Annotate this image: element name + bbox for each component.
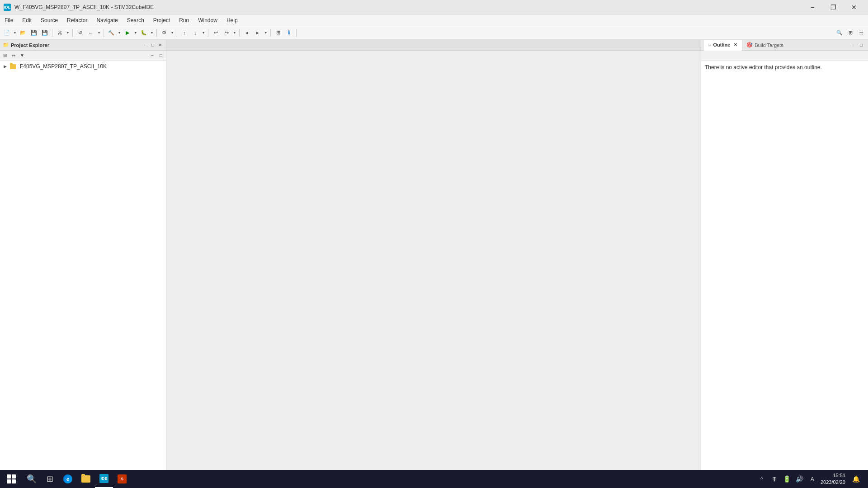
build-button[interactable]: 🔨 [106, 28, 116, 38]
profile-dropdown-arrow[interactable]: ▾ [170, 28, 175, 38]
menu-file[interactable]: File [0, 14, 18, 26]
panel-maximize-button[interactable]: □ [157, 52, 165, 60]
toolbar-search-button[interactable]: 🔍 [835, 28, 844, 38]
print-dropdown-arrow[interactable]: ▾ [66, 28, 70, 38]
folder-icon [81, 475, 90, 483]
title-bar-left: IDE W_F405VG_MSP2807_TP_ASCII_10K - STM3… [4, 4, 154, 11]
tray-wifi-icon[interactable] [770, 474, 779, 483]
project-explorer-panel: 📁 Project Explorer − □ ✕ ⊟ ⇔ ▼ − □ ▶ [0, 40, 166, 470]
outline-toolbar [701, 51, 868, 61]
next-annotation[interactable]: ↓ [190, 28, 200, 38]
editor-area[interactable] [166, 51, 701, 470]
back-button[interactable]: ← [86, 28, 96, 38]
toolbar-layout-button[interactable]: ⊞ [845, 28, 855, 38]
redo-dropdown-arrow[interactable]: ▾ [232, 28, 237, 38]
print-dropdown[interactable]: ▾ [66, 28, 70, 38]
back-dropdown[interactable]: ▾ [97, 28, 101, 38]
menu-source[interactable]: Source [36, 14, 62, 26]
redo-button[interactable]: ↪ [222, 28, 231, 38]
tray-chevron[interactable]: ^ [757, 474, 766, 483]
debug-dropdown-arrow[interactable]: ▾ [150, 28, 154, 38]
menu-help[interactable]: Help [222, 14, 242, 26]
profile-button[interactable]: ⚙ [159, 28, 169, 38]
save-button[interactable]: 💾 [29, 28, 39, 38]
nav-prev[interactable]: ◂ [242, 28, 252, 38]
toolbar-perspective-button[interactable]: ☰ [856, 28, 866, 38]
open-button[interactable]: 📂 [18, 28, 28, 38]
collapse-all-button[interactable]: ⊟ [1, 52, 9, 60]
toolbar-sep-4 [156, 29, 157, 37]
project-explorer-minimize[interactable]: − [142, 42, 149, 48]
taskbar-edge[interactable]: e [59, 470, 77, 488]
start-button[interactable] [0, 470, 23, 488]
minimize-button[interactable]: − [802, 0, 823, 14]
refresh-button[interactable]: ↺ [75, 28, 85, 38]
nav-next[interactable]: ▸ [253, 28, 263, 38]
perspective-button[interactable]: ⊞ [273, 28, 283, 38]
editor-tabs [166, 40, 701, 51]
title-bar: IDE W_F405VG_MSP2807_TP_ASCII_10K - STM3… [0, 0, 868, 14]
taskbar-search[interactable]: 🔍 [23, 470, 41, 488]
new-dropdown-arrow[interactable]: ▾ [13, 28, 17, 38]
project-root-item[interactable]: ▶ F405VG_MSP2807_TP_ASCII_10K [0, 62, 166, 70]
outline-message: There is no active editor that provides … [705, 64, 822, 70]
build-dropdown-arrow[interactable]: ▾ [117, 28, 122, 38]
taskbar-taskview[interactable]: ⊞ [41, 470, 59, 488]
run-dropdown-arrow[interactable]: ▾ [133, 28, 138, 38]
outline-maximize[interactable]: □ [857, 41, 865, 49]
outline-close-icon[interactable]: ✕ [734, 42, 737, 47]
system-clock[interactable]: 15:51 2023/02/20 [821, 472, 845, 486]
outline-minimize[interactable]: − [848, 41, 856, 49]
editor-panel [166, 40, 701, 470]
project-explorer-close[interactable]: ✕ [157, 42, 163, 48]
menu-window[interactable]: Window [193, 14, 222, 26]
project-explorer-content[interactable]: ▶ F405VG_MSP2807_TP_ASCII_10K [0, 61, 166, 470]
taskbar-search-icon: 🔍 [27, 474, 37, 484]
annotation-dropdown-arrow[interactable]: ▾ [201, 28, 206, 38]
menu-navigate[interactable]: Navigate [92, 14, 122, 26]
redo-dropdown[interactable]: ▾ [232, 28, 237, 38]
print-button[interactable]: 🖨 [55, 28, 65, 38]
menu-search[interactable]: Search [123, 14, 149, 26]
tray-battery-icon[interactable]: 🔋 [783, 474, 792, 483]
prev-annotation[interactable]: ↑ [179, 28, 189, 38]
project-explorer-maximize[interactable]: □ [150, 42, 156, 48]
title-bar-controls: − ❐ ✕ [802, 0, 864, 14]
build-dropdown[interactable]: ▾ [117, 28, 122, 38]
info-button[interactable]: ℹ [284, 28, 294, 38]
menu-edit[interactable]: Edit [18, 14, 36, 26]
menu-refactor[interactable]: Refactor [62, 14, 92, 26]
panel-minimize-button[interactable]: − [148, 52, 156, 60]
clock-date: 2023/02/20 [821, 479, 845, 486]
nav-dropdown[interactable]: ▾ [264, 28, 268, 38]
tray-language-icon[interactable]: A [808, 474, 817, 483]
back-dropdown-arrow[interactable]: ▾ [97, 28, 101, 38]
save-all-button[interactable]: 💾 [40, 28, 50, 38]
app-icon: IDE [4, 4, 11, 11]
taskbar-stm32[interactable]: S [113, 470, 131, 488]
link-editor-button[interactable]: ⇔ [9, 52, 18, 60]
taskbar-explorer[interactable] [77, 470, 95, 488]
tab-outline[interactable]: ≡ Outline ✕ [704, 40, 742, 51]
close-button[interactable]: ✕ [844, 0, 864, 14]
notification-icon: 🔔 [852, 475, 860, 483]
new-button[interactable]: 📄 [2, 28, 12, 38]
new-dropdown[interactable]: ▾ [13, 28, 17, 38]
profile-dropdown[interactable]: ▾ [170, 28, 175, 38]
annotation-dropdown[interactable]: ▾ [201, 28, 206, 38]
filter-button[interactable]: ▼ [18, 52, 26, 60]
menu-project[interactable]: Project [149, 14, 175, 26]
menu-run[interactable]: Run [175, 14, 193, 26]
tray-volume-icon[interactable]: 🔊 [795, 474, 804, 483]
notification-button[interactable]: 🔔 [849, 470, 863, 488]
taskbar-ide[interactable]: IDE [95, 470, 113, 488]
tab-build-targets[interactable]: 🎯 Build Targets [742, 40, 788, 51]
undo-button[interactable]: ↩ [211, 28, 221, 38]
nav-dropdown-arrow[interactable]: ▾ [264, 28, 268, 38]
debug-dropdown[interactable]: ▾ [150, 28, 154, 38]
tree-expand-arrow[interactable]: ▶ [4, 64, 8, 69]
restore-button[interactable]: ❐ [823, 0, 844, 14]
run-dropdown[interactable]: ▾ [133, 28, 138, 38]
debug-button[interactable]: 🐛 [139, 28, 149, 38]
run-button[interactable]: ▶ [123, 28, 132, 38]
